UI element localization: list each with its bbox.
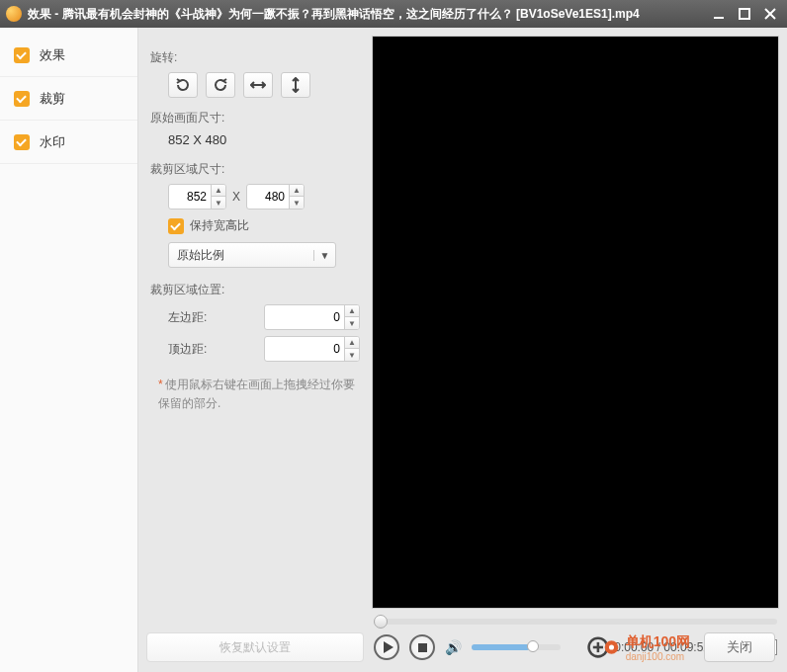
- brand-url: danji100.com: [626, 651, 690, 662]
- spin-up[interactable]: ▲: [345, 304, 359, 317]
- crop-height-spinner[interactable]: ▲▼: [246, 184, 305, 210]
- seek-thumb[interactable]: [374, 615, 388, 629]
- brand-area: 单机100网 danji100.com 关闭: [586, 630, 775, 664]
- svg-rect-1: [740, 9, 749, 19]
- check-icon: [14, 134, 30, 150]
- sidebar-item-crop[interactable]: 裁剪: [0, 77, 137, 121]
- sidebar-item-watermark[interactable]: 水印: [0, 121, 137, 164]
- spin-down[interactable]: ▼: [212, 197, 225, 210]
- top-margin-spinner[interactable]: ▲▼: [264, 336, 360, 362]
- spin-up[interactable]: ▲: [212, 184, 225, 197]
- video-preview[interactable]: [372, 36, 779, 609]
- ratio-combo[interactable]: 原始比例 ▼: [168, 242, 336, 268]
- sidebar-item-label: 效果: [40, 46, 65, 64]
- crop-width-input[interactable]: [169, 190, 211, 204]
- app-icon: [6, 6, 22, 22]
- crop-size-label: 裁剪区域尺寸:: [150, 161, 360, 178]
- maximize-button[interactable]: [734, 5, 755, 23]
- settings-panel: 旋转: 原始画面尺寸: 852 X 480 裁剪区域尺寸: ▲▼ X ▲▼: [146, 36, 364, 664]
- chevron-down-icon: ▼: [313, 250, 335, 261]
- left-margin-input[interactable]: [265, 310, 344, 324]
- flip-vertical-button[interactable]: [281, 72, 310, 98]
- keep-ratio-label: 保持宽高比: [190, 217, 249, 234]
- brand-logo-icon: [586, 630, 620, 664]
- close-button[interactable]: 关闭: [704, 632, 775, 662]
- rotate-ccw-button[interactable]: [206, 72, 235, 98]
- top-margin-input[interactable]: [265, 342, 344, 356]
- sidebar: 效果 裁剪 水印: [0, 28, 138, 672]
- spin-down[interactable]: ▼: [345, 317, 359, 330]
- sidebar-item-label: 裁剪: [40, 90, 65, 108]
- sidebar-item-label: 水印: [40, 133, 65, 151]
- spin-down[interactable]: ▼: [345, 349, 359, 362]
- left-margin-label: 左边距:: [168, 309, 227, 326]
- seek-bar[interactable]: [374, 619, 777, 625]
- hint-text: *使用鼠标右键在画面上拖拽经过你要保留的部分.: [150, 376, 360, 413]
- crop-width-spinner[interactable]: ▲▼: [168, 184, 226, 210]
- spin-up[interactable]: ▲: [345, 336, 359, 349]
- top-margin-label: 顶边距:: [168, 341, 227, 358]
- spin-up[interactable]: ▲: [290, 184, 304, 197]
- close-window-button[interactable]: [759, 5, 781, 23]
- rotate-cw-button[interactable]: [168, 72, 198, 98]
- rotate-label: 旋转:: [150, 49, 360, 66]
- sidebar-item-effect[interactable]: 效果: [0, 34, 137, 77]
- orig-size-label: 原始画面尺寸:: [150, 110, 360, 126]
- svg-point-10: [609, 644, 614, 649]
- x-separator: X: [232, 190, 240, 204]
- preview-panel: 🔊 00:00:00 / 00:09:52: [372, 36, 779, 664]
- left-margin-spinner[interactable]: ▲▼: [264, 304, 360, 330]
- brand-name: 单机100网: [626, 633, 690, 651]
- check-icon: [14, 47, 30, 63]
- spin-down[interactable]: ▼: [290, 197, 304, 210]
- crop-pos-label: 裁剪区域位置:: [150, 282, 360, 298]
- crop-height-input[interactable]: [247, 190, 289, 204]
- orig-size-value: 852 X 480: [150, 132, 360, 147]
- window-title: 效果 - 腾讯最有机会封神的《斗战神》为何一蹶不振？再到黑神话悟空，这之间经历了…: [28, 6, 708, 23]
- check-icon: [14, 91, 30, 107]
- titlebar: 效果 - 腾讯最有机会封神的《斗战神》为何一蹶不振？再到黑神话悟空，这之间经历了…: [0, 0, 787, 28]
- flip-horizontal-button[interactable]: [243, 72, 273, 98]
- reset-button[interactable]: 恢复默认设置: [146, 632, 364, 662]
- keep-ratio-checkbox[interactable]: [168, 218, 184, 234]
- ratio-combo-value: 原始比例: [169, 247, 313, 264]
- minimize-button[interactable]: [708, 5, 730, 23]
